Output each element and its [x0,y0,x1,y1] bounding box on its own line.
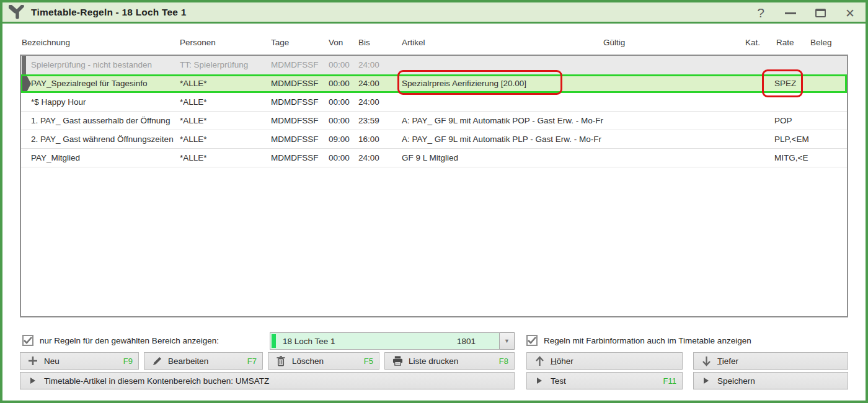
column-header-beleg: Beleg [810,33,832,52]
cell-bis: 24:00 [358,93,379,112]
cell-personen: *ALLE* [180,74,207,93]
selected-row-marker-icon [22,76,31,91]
kontenbereich-button[interactable]: Timetable-Artikel in diesem Kontenbereic… [20,372,515,389]
table-row[interactable]: 2. PAY_ Gast während Öffnungszeiten *ALL… [21,130,847,149]
cell-tage: MDMDFSSF [271,93,319,112]
column-header-rate: Rate [776,33,794,52]
cell-tage: MDMDFSSF [271,112,319,130]
color-info-checkbox[interactable] [526,335,538,346]
triangle-right-icon [533,378,546,384]
plus-icon [27,356,39,366]
highlight-annotation-rate [762,69,803,97]
neu-button[interactable]: Neu F9 [20,352,139,370]
area-filter-checkbox[interactable] [22,335,33,346]
checkmark-icon [528,337,536,344]
cell-bis: 23:59 [358,112,379,130]
cell-bezeichnung: 2. PAY_ Gast während Öffnungszeiten [31,130,174,149]
cell-bezeichnung: Spielerprüfung - nicht bestanden [31,56,152,74]
column-header-von: Von [329,33,343,52]
cell-tage: MDMDFSSF [271,56,319,74]
triangle-right-icon [27,378,39,384]
liste-drucken-button[interactable]: Liste drucken F8 [384,352,515,370]
cell-von: 00:00 [329,112,350,130]
cell-tage: MDMDFSSF [271,130,319,149]
cell-personen: TT: Spielerprüfung [180,56,248,74]
fkey-label: F9 [123,356,133,366]
area-select-dropdown-button[interactable]: ▼ [500,332,515,350]
trash-icon [275,356,287,366]
pencil-icon [151,356,163,366]
test-button[interactable]: Test F11 [526,372,683,389]
cell-personen: *ALLE* [180,130,207,149]
cell-bezeichnung: *$ Happy Hour [31,93,86,112]
maximize-icon[interactable] [813,6,827,20]
fkey-label: F5 [364,356,373,366]
area-select-value: 18 Loch Tee 1 [283,337,457,346]
cell-rate: MITG,<E [774,149,809,167]
cell-bis: 24:00 [358,56,379,74]
cell-personen: *ALLE* [180,112,207,130]
minimize-icon[interactable] [784,6,797,20]
column-header-tage: Tage [271,33,289,52]
help-icon[interactable]: ? [754,6,768,20]
bearbeiten-button[interactable]: Bearbeiten F7 [144,352,263,370]
cell-von: 00:00 [329,74,350,93]
table-row[interactable]: *$ Happy Hour *ALLE* MDMDFSSF 00:00 24:0… [21,93,847,112]
hoeher-button[interactable]: Höher [526,352,683,370]
cell-tage: MDMDFSSF [271,149,319,167]
table-row[interactable]: PAY_Mitglied *ALLE* MDMDFSSF 00:00 24:00… [21,149,847,167]
column-header-artikel: Artikel [402,33,425,52]
fkey-label: F11 [663,376,676,386]
app-logo-icon [9,5,25,20]
cell-bezeichnung: 1. PAY_ Gast ausserhalb der Öffnung [31,112,170,130]
area-select[interactable]: 18 Loch Tee 1 1801 ▼ [270,332,515,350]
column-header-bis: Bis [358,33,370,52]
area-select-field[interactable]: 18 Loch Tee 1 1801 [270,332,500,350]
fkey-label: F8 [499,356,508,366]
cell-personen: *ALLE* [180,149,207,167]
color-info-label: Regeln mit Farbinformation auch im Timet… [544,336,751,345]
arrow-up-icon [533,356,546,366]
printer-icon [391,356,404,366]
cell-personen: *ALLE* [180,93,207,112]
close-icon[interactable]: ✕ [843,6,857,20]
table-header: Bezeichnung Personen Tage Von Bis Artike… [20,33,848,52]
cell-von: 00:00 [329,93,350,112]
speichern-button[interactable]: Speichern [693,372,848,389]
cell-rate: POP [774,112,809,130]
cell-bis: 24:00 [358,74,379,93]
arrow-down-icon [700,356,712,366]
chevron-down-icon: ▼ [504,338,510,344]
table-row[interactable]: 1. PAY_ Gast ausserhalb der Öffnung *ALL… [21,112,847,130]
cell-bezeichnung: PAY_Spezialregel für Tagesinfo [31,74,148,93]
cell-bis: 16:00 [358,130,379,149]
cell-von: 09:00 [329,130,350,149]
tiefer-button[interactable]: Tiefer [693,352,848,370]
cell-artikel: A: PAY_ GF 9L mit Automatik PLP - Gast E… [402,130,601,149]
loeschen-button[interactable]: Löschen F5 [268,352,379,370]
cell-artikel: GF 9 L Mitglied [402,149,458,167]
cell-artikel: A: PAY_ GF 9L mit Automatik POP - Gast E… [402,112,603,130]
area-select-code: 1801 [457,337,476,346]
column-header-personen: Personen [180,33,216,52]
column-header-kat: Kat. [745,33,760,52]
cell-von: 00:00 [329,149,350,167]
checkmark-icon [24,337,32,344]
titlebar: Timetable-Regeln - 18 Loch Tee 1 ? ✕ [2,2,866,24]
app-window: Timetable-Regeln - 18 Loch Tee 1 ? ✕ Bez… [0,0,868,403]
column-header-gueltig: Gültig [603,33,625,52]
area-color-bar [272,334,276,348]
area-filter-label: nur Regeln für den gewählten Bereich anz… [40,336,219,345]
window-title: Timetable-Regeln - 18 Loch Tee 1 [31,7,186,18]
cell-tage: MDMDFSSF [271,74,319,93]
cell-bis: 24:00 [358,149,379,167]
cell-rate: PLP,<EM [774,130,809,149]
highlight-annotation-artikel [397,70,562,95]
row-marker [22,56,26,74]
column-header-bezeichnung: Bezeichnung [22,33,70,52]
cell-von: 00:00 [329,56,350,74]
fkey-label: F7 [247,356,257,366]
cell-bezeichnung: PAY_Mitglied [31,149,80,167]
triangle-right-icon [700,378,712,384]
